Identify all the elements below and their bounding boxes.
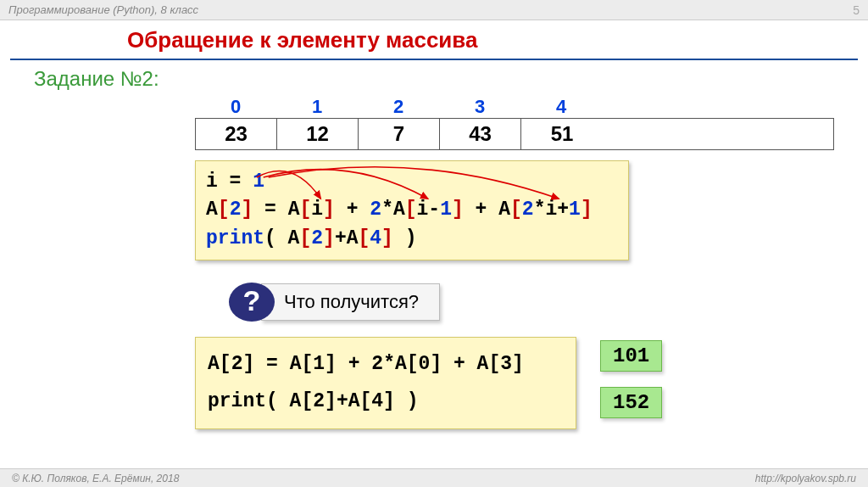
code-block-2: A[2] = A[1] + 2*A[0] + A[3] print( A[2]+…	[195, 337, 576, 429]
copyright: © К.Ю. Поляков, Е.А. Ерёмин, 2018	[12, 473, 179, 484]
header-bar: Программирование (Python), 8 класс 5	[0, 0, 868, 20]
code1-line1: i = 1	[206, 168, 618, 196]
array-display: 0 1 2 3 4 23 12 7 43 51	[195, 96, 834, 150]
idx-0: 0	[195, 96, 276, 118]
cell-3: 43	[440, 119, 521, 149]
task-label: Задание №2:	[34, 67, 834, 91]
question-row: ? Что получится?	[229, 283, 834, 322]
idx-4: 4	[520, 96, 602, 118]
idx-1: 1	[276, 96, 358, 118]
answer-2: 152	[600, 387, 662, 418]
code2-line1: A[2] = A[1] + 2*A[0] + A[3]	[208, 346, 564, 383]
answers: 101 152	[600, 340, 662, 418]
code1-line3: print( A[2]+A[4] )	[206, 225, 618, 253]
result-row: A[2] = A[1] + 2*A[0] + A[3] print( A[2]+…	[195, 337, 834, 429]
code2-line2: print( A[2]+A[4] )	[208, 383, 564, 421]
cell-1: 12	[277, 119, 359, 149]
question-text: Что получится?	[261, 283, 440, 321]
footer-bar: © К.Ю. Поляков, Е.А. Ерёмин, 2018 http:/…	[0, 468, 868, 487]
slide-title: Обращение к элементу массива	[0, 20, 868, 59]
idx-2: 2	[358, 96, 439, 118]
cell-4: 51	[521, 119, 603, 149]
idx-3: 3	[439, 96, 520, 118]
title-underline	[10, 59, 858, 60]
cell-2: 7	[359, 119, 440, 149]
footer-url: http://kpolyakov.spb.ru	[755, 473, 856, 484]
code-block-1: i = 1 A[2] = A[i] + 2*A[i-1] + A[2*i+1] …	[195, 160, 629, 260]
content: Задание №2: 0 1 2 3 4 23 12 7 43 51	[0, 67, 868, 429]
question-mark-icon: ?	[229, 283, 275, 322]
course-title: Программирование (Python), 8 класс	[8, 3, 198, 16]
cell-0: 23	[196, 119, 277, 149]
code1-line2: A[2] = A[i] + 2*A[i-1] + A[2*i+1]	[206, 196, 618, 224]
page-number: 5	[853, 3, 860, 17]
array-cells: 23 12 7 43 51	[195, 118, 834, 150]
array-indices: 0 1 2 3 4	[195, 96, 834, 118]
answer-1: 101	[600, 340, 662, 372]
